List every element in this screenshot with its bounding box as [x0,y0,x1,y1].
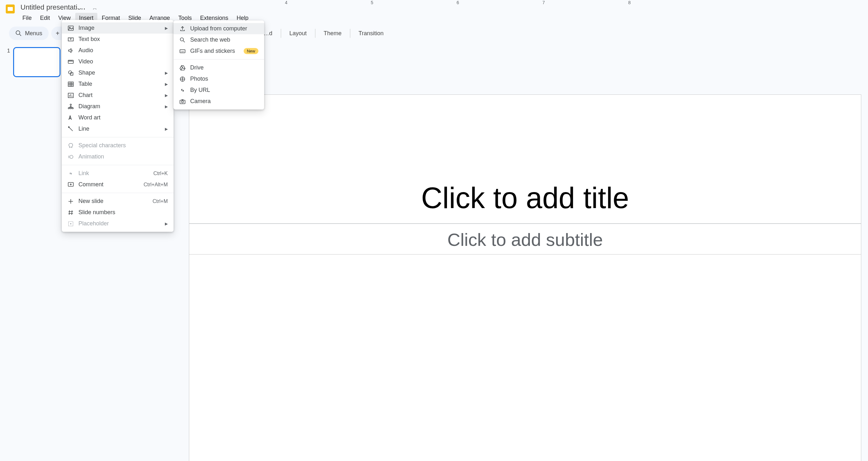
image-photos[interactable]: Photos [174,73,264,85]
submenu-arrow-icon: ▶ [165,82,168,86]
svg-point-26 [182,101,183,103]
menu-item-label: Comment [79,181,139,188]
theme-button[interactable]: Theme [319,28,346,39]
submenu-arrow-icon: ▶ [165,26,168,30]
hash-icon [67,209,74,216]
insert-diagram[interactable]: Diagram▶ [62,101,174,112]
svg-line-17 [69,127,73,131]
menu-edit[interactable]: Edit [36,13,54,23]
new-badge: New [244,48,258,54]
insert-shape[interactable]: Shape▶ [62,67,174,79]
svg-point-8 [68,71,72,74]
insert-comment[interactable]: CommentCtrl+Alt+M [62,179,174,190]
menu-item-label: Special characters [79,142,168,149]
image-drive[interactable]: Drive [174,62,264,73]
image-camera[interactable]: Camera [174,96,264,107]
menu-item-label: Drive [190,64,258,71]
insert-line[interactable]: Line▶ [62,123,174,134]
image-upload-from-computer[interactable]: Upload from computer [174,23,264,34]
menu-item-label: GIFs and stickers [190,48,239,55]
svg-line-3 [20,34,21,36]
insert-link: LinkCtrl+K [62,168,174,179]
submenu-arrow-icon: ▶ [165,127,168,131]
menu-file[interactable]: File [19,13,35,23]
toolbar-sep [350,29,350,38]
search-icon [16,30,22,36]
menu-item-label: Search the web [190,36,258,43]
insert-image[interactable]: Image▶ [62,22,174,34]
app-logo[interactable] [4,3,17,16]
menu-shortcut: Ctrl+M [152,198,168,204]
insert-animation: Animation [62,151,174,162]
title-placeholder[interactable]: Click to add title [421,181,629,215]
menu-shortcut: Ctrl+K [153,171,168,176]
menu-item-label: Image [79,25,160,31]
svg-rect-1 [8,7,13,11]
menu-item-label: Animation [79,153,168,160]
menu-shortcut: Ctrl+Alt+M [144,182,168,188]
line-icon [67,126,74,132]
ruler-tick: 7 [542,0,545,5]
animation-icon [67,154,74,160]
slide-thumbnail[interactable] [13,47,61,77]
photos-icon [179,76,186,82]
transition-button[interactable]: Transition [354,28,388,39]
insert-word-art[interactable]: Word art [62,112,174,123]
diagram-icon [67,103,74,110]
menu-item-label: Slide numbers [79,209,168,216]
svg-point-21 [180,38,183,41]
menu-item-label: Word art [79,114,168,121]
menu-item-label: By URL [190,87,258,93]
menu-item-label: Shape [79,69,160,76]
subtitle-placeholder[interactable]: Click to add subtitle [447,229,603,250]
menu-item-label: Video [79,58,168,65]
menu-item-label: Text box [79,36,168,42]
svg-point-13 [68,107,69,109]
image-submenu-dropdown: Upload from computerSearch the webGIFGIF… [174,21,264,110]
comment-icon [67,182,74,188]
image-gifs-and-stickers[interactable]: GIFGIFs and stickersNew [174,45,264,57]
insert-text-box[interactable]: Text box [62,34,174,45]
chart-icon [67,92,74,99]
menus-search[interactable]: Menus [9,27,49,40]
menu-item-label: Table [79,81,160,87]
wordart-icon [67,115,74,121]
table-icon [67,81,74,87]
ruler-tick: 4 [285,0,287,5]
insert-audio[interactable]: Audio [62,45,174,56]
svg-line-22 [183,41,185,42]
drive-icon [179,65,186,71]
toolbar-sep [315,29,315,38]
submenu-arrow-icon: ▶ [165,104,168,109]
textbox-icon [67,36,74,42]
svg-point-2 [16,31,20,35]
svg-point-14 [70,107,71,109]
svg-text:GIF: GIF [181,51,184,53]
menu-separator [62,137,174,137]
layout-button[interactable]: Layout [285,28,311,39]
search-icon [179,37,186,43]
insert-slide-numbers[interactable]: Slide numbers [62,207,174,218]
insert-video[interactable]: Video [62,56,174,67]
insert-chart[interactable]: Chart▶ [62,90,174,101]
image-search-the-web[interactable]: Search the web [174,34,264,45]
menu-separator [62,165,174,165]
ruler-tick: 6 [457,0,459,5]
omega-icon [67,143,74,149]
menu-separator [174,59,264,60]
insert-new-slide[interactable]: New slideCtrl+M [62,195,174,207]
video-icon [67,59,74,65]
image-by-url[interactable]: By URL [174,85,264,96]
toolbar-sep [281,29,281,38]
svg-point-15 [72,107,73,109]
ruler-tick: 5 [371,0,373,5]
submenu-arrow-icon: ▶ [165,221,168,226]
insert-table[interactable]: Table▶ [62,79,174,90]
menu-item-label: Diagram [79,103,160,110]
menu-item-label: Audio [79,47,168,54]
link-icon [67,170,74,177]
slide-canvas[interactable]: Click to add title Click to add subtitle [189,94,861,461]
menu-item-label: Upload from computer [190,25,258,32]
menu-item-label: New slide [79,198,148,205]
divider [189,223,861,224]
